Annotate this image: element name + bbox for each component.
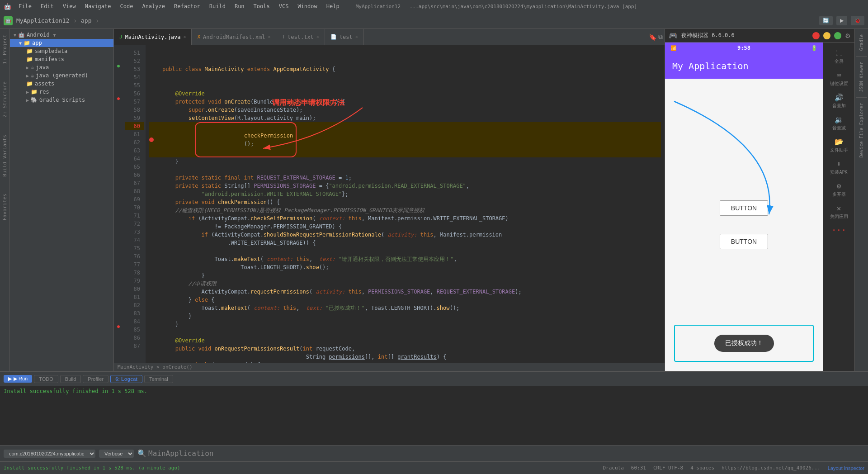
- emu-ctrl-volume-up[interactable]: 🔊 音量加: [830, 90, 848, 112]
- linenum-54: 54: [125, 73, 144, 81]
- bookmark-btn[interactable]: 🔖: [649, 33, 656, 41]
- emulator-button-1[interactable]: BUTTON: [720, 200, 768, 216]
- vertical-tab-structure[interactable]: 2: Structure: [1, 80, 9, 119]
- code-line-77: ActivityCompat. requestPermissions ( act…: [149, 288, 661, 296]
- tab-test-close[interactable]: ×: [355, 34, 358, 39]
- code-line-62: [149, 166, 661, 174]
- emulator-close-btn[interactable]: [812, 32, 820, 39]
- menu-build[interactable]: Build: [208, 2, 227, 10]
- linenum-82: 82: [125, 301, 144, 309]
- project-name[interactable]: MyApplication12: [16, 17, 69, 24]
- todo-button[interactable]: TODO: [34, 375, 58, 383]
- gutter-85: ●: [114, 322, 123, 330]
- tab-main-activity-close[interactable]: ×: [183, 34, 186, 39]
- code-indent: [149, 65, 162, 73]
- json-viewer-vertical-tab[interactable]: JSON Viewer: [858, 60, 865, 94]
- profiler-button[interactable]: Profiler: [83, 375, 108, 383]
- tab-android-manifest-close[interactable]: ×: [268, 34, 270, 39]
- tree-item-android[interactable]: ▼ 🤖 Android ▼: [10, 31, 113, 39]
- gradle-vertical-tab[interactable]: Gradle: [858, 33, 865, 52]
- breadcrumb-mainactivity[interactable]: MainActivity > onCreate(): [118, 364, 193, 370]
- menu-run[interactable]: Run: [233, 2, 246, 10]
- emulator-settings-btn[interactable]: ⚙: [845, 32, 851, 39]
- verbose-selector[interactable]: Verbose: [99, 450, 134, 458]
- layout-inspector-btn[interactable]: Layout Inspector: [828, 465, 864, 471]
- menu-edit[interactable]: Edit: [39, 2, 56, 10]
- logcat-button[interactable]: 6: Logcat: [110, 375, 142, 383]
- tab-android-manifest[interactable]: X AndroidManifest.xml ×: [192, 29, 276, 45]
- tree-item-java[interactable]: ▶ ☕ java: [10, 63, 113, 71]
- emulator-button-2[interactable]: BUTTON: [720, 234, 768, 249]
- code-editor: ● ●: [114, 45, 665, 363]
- emulator-maximize-btn[interactable]: [834, 32, 841, 39]
- tree-item-assets[interactable]: 📁 assets: [10, 80, 113, 88]
- menu-code[interactable]: Code: [118, 2, 135, 10]
- gutter-69: [114, 192, 123, 200]
- menu-analyze[interactable]: Analyze: [140, 2, 167, 10]
- breakpoint-dot-60: [149, 137, 154, 142]
- emulator-logo-icon: 🎮: [669, 31, 678, 40]
- emu-ctrl-keyboard[interactable]: ⌨ 键位设置: [828, 68, 850, 90]
- tree-item-sampledata[interactable]: 📁 sampledata: [10, 47, 113, 55]
- menu-help[interactable]: Help: [325, 2, 341, 10]
- code-line-66: private void checkPermission () {: [149, 198, 661, 206]
- menu-navigate[interactable]: Navigate: [83, 2, 113, 10]
- tree-item-gradle[interactable]: ▶ 🐘 Gradle Scripts: [10, 96, 113, 104]
- vertical-tab-project[interactable]: 1: Project: [1, 33, 9, 66]
- tab-test[interactable]: 📄 test ×: [325, 29, 364, 45]
- status-icons-left: 📶: [670, 45, 677, 51]
- linenum-73: 73: [125, 228, 144, 236]
- emu-ctrl-fullscreen[interactable]: ⛶ 全屏: [833, 46, 845, 67]
- gradle-sync-btn[interactable]: 🔄: [819, 16, 833, 25]
- more-options-btn[interactable]: ···: [831, 225, 846, 235]
- emulator-minimize-btn[interactable]: [823, 32, 830, 39]
- code-content[interactable]: public class MainActivity extends AppCom…: [146, 45, 665, 363]
- emu-ctrl-install[interactable]: ⬇ 安装APK: [828, 157, 849, 178]
- split-btn[interactable]: ⧉: [658, 33, 663, 41]
- tree-item-app[interactable]: ▼ 📁 app: [10, 39, 113, 47]
- annotation-override: @Override: [175, 90, 205, 98]
- device-file-explorer-tab[interactable]: Device File Explorer: [858, 101, 865, 159]
- keyword-super: super: [189, 106, 205, 114]
- menu-tools[interactable]: Tools: [252, 2, 272, 10]
- emu-ctrl-close-app[interactable]: ✕ 关闭应用: [828, 201, 850, 223]
- gutter-81: [114, 289, 123, 298]
- menu-view[interactable]: View: [61, 2, 78, 10]
- tab-test-txt-close[interactable]: ×: [316, 34, 319, 39]
- emu-ctrl-volume-down[interactable]: 🔉 音量减: [830, 113, 848, 134]
- gutter-67: [114, 175, 123, 184]
- tab-test-txt[interactable]: T test.txt ×: [276, 29, 325, 45]
- build-button[interactable]: Build: [60, 375, 81, 383]
- status-position: 60:31: [631, 465, 646, 471]
- terminal-button[interactable]: Terminal: [144, 375, 173, 383]
- menu-window[interactable]: Window: [296, 2, 319, 10]
- code-line-84: public void onRequestPermissionsResult (…: [149, 345, 661, 353]
- tab-main-activity[interactable]: J MainActivity.java ×: [114, 29, 192, 45]
- tree-item-java-generated[interactable]: ▶ ☕ java (generated): [10, 71, 113, 80]
- menu-file[interactable]: File: [17, 2, 33, 10]
- multi-icon: ⚙: [837, 182, 841, 190]
- breadcrumb-app[interactable]: app: [81, 17, 91, 24]
- status-bar: Install successfully finished in 1 s 528…: [0, 461, 868, 474]
- code-line-74: Toast.LENGTH_SHORT). show ();: [149, 263, 661, 271]
- volume-up-icon: 🔊: [835, 93, 844, 102]
- linenum-71: 71: [125, 212, 144, 220]
- linenum-56: 56: [125, 90, 144, 98]
- gutter-51: [114, 45, 123, 53]
- code-line-64: private static String[] PERMISSIONS_STOR…: [149, 182, 661, 190]
- tree-item-res[interactable]: ▶ 📁 res: [10, 88, 113, 96]
- tree-item-manifests[interactable]: 📁 manifests: [10, 55, 113, 63]
- fullscreen-icon: ⛶: [835, 49, 843, 57]
- debug-btn[interactable]: 🐞: [851, 16, 864, 25]
- menu-refactor[interactable]: Refactor: [172, 2, 202, 10]
- gutter-63: [114, 143, 123, 151]
- vertical-tab-favorites[interactable]: Favorites: [1, 192, 9, 223]
- code-line-69: != PackageManager.PERMISSION_GRANTED) {: [149, 223, 661, 231]
- run-button[interactable]: ▶ ▶ Run: [4, 375, 32, 383]
- vertical-tab-build-variants[interactable]: Build Variants: [1, 133, 9, 179]
- emu-ctrl-file[interactable]: 📂 文件助手: [828, 135, 850, 156]
- package-selector[interactable]: com.c201801020224.myapplicatic: [4, 450, 95, 458]
- menu-vcs[interactable]: VCS: [277, 2, 291, 10]
- emu-ctrl-multi[interactable]: ⚙ 多开器: [830, 179, 848, 200]
- run-btn-toolbar[interactable]: ▶: [836, 16, 847, 25]
